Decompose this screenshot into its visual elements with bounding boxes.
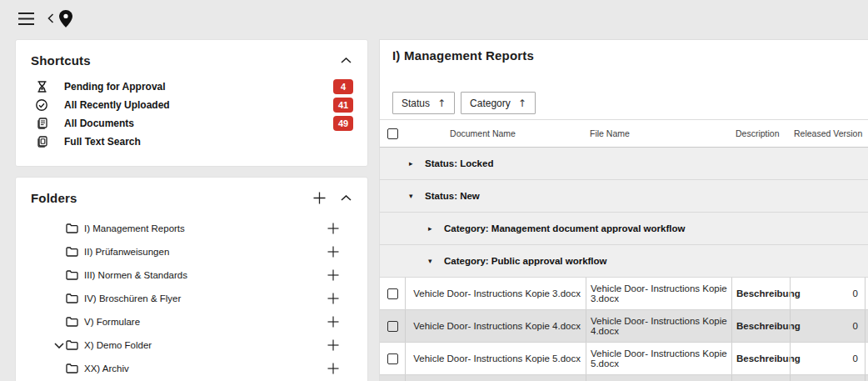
folder-icon	[66, 270, 78, 280]
cell-released-version: 0	[790, 310, 865, 342]
group-row-status-new[interactable]: ▾ Status: New	[380, 180, 868, 213]
folder-label: III) Normen & Standards	[84, 270, 187, 280]
folder-icon	[66, 223, 78, 233]
table-row[interactable]: Vehicle Door- Instructions Kopie 4.docx …	[380, 310, 868, 343]
row-checkbox[interactable]	[387, 321, 398, 332]
sort-asc-icon: ↑	[437, 98, 446, 109]
chevron-down-icon[interactable]	[52, 343, 66, 348]
folder-icon	[66, 317, 78, 327]
shortcut-label: Pending for Approval	[64, 81, 166, 93]
expand-toggle-icon[interactable]: ▸	[409, 159, 416, 168]
folder-item-management-reports[interactable]: I) Management Reports	[16, 217, 367, 240]
shortcut-label: All Recently Uploaded	[64, 99, 170, 111]
folder-item-pruefanweisungen[interactable]: II) Prüfanweisungen	[16, 240, 367, 263]
location-pin-icon[interactable]	[59, 10, 72, 28]
table-row[interactable]: Vehicle Door- Instructions Kopie 5.docx …	[380, 343, 868, 375]
documents-icon	[36, 118, 47, 129]
shortcut-label: Full Text Search	[64, 136, 141, 148]
cell-file-name: Vehicle Door- Instructions Kopie 4.docx	[586, 310, 731, 342]
count-badge: 41	[333, 98, 353, 113]
shortcut-pending-for-approval[interactable]: Pending for Approval 4	[16, 78, 367, 96]
shortcut-label: All Documents	[64, 118, 134, 129]
table-header-row: Document Name File Name Description Rele…	[380, 120, 868, 148]
shortcut-all-documents[interactable]: All Documents 49	[16, 114, 367, 133]
add-subfolder-button[interactable]	[327, 362, 340, 375]
expand-toggle-icon[interactable]: ▸	[428, 224, 435, 233]
add-folder-button[interactable]	[311, 189, 327, 206]
column-header-file-name[interactable]: File Name	[586, 128, 731, 138]
main-panel: I) Management Reports Status ↑ Category …	[379, 39, 868, 381]
select-all-checkbox[interactable]	[387, 128, 398, 139]
shortcut-full-text-search[interactable]: Full Text Search	[16, 133, 367, 151]
group-row-category-management-workflow[interactable]: ▸ Category: Management document approval…	[380, 213, 868, 245]
group-label: Status: New	[425, 191, 480, 201]
chip-label: Status	[402, 98, 430, 109]
folder-icon	[66, 340, 78, 350]
folder-label: V) Formulare	[84, 317, 140, 327]
check-circle-icon	[36, 99, 47, 111]
folders-title: Folders	[31, 191, 77, 205]
add-subfolder-button[interactable]	[327, 268, 340, 282]
column-header-released-version[interactable]: Released Version	[790, 128, 865, 138]
cell-description: Beschreibung	[731, 310, 790, 342]
cell-description: Beschreibung	[731, 278, 790, 309]
cell-description: Beschreibung	[731, 343, 790, 374]
table-row-partial[interactable]	[380, 375, 868, 381]
document-search-icon	[36, 136, 47, 148]
folder-icon	[66, 363, 78, 373]
row-checkbox[interactable]	[387, 353, 398, 364]
chip-label: Category	[470, 98, 511, 109]
cell-document-name: Vehicle Door- Instructions Kopie 4.docx	[405, 310, 586, 342]
documents-table: Document Name File Name Description Rele…	[380, 119, 868, 381]
collapse-chevron-icon[interactable]	[337, 189, 354, 206]
shortcuts-list: Pending for Approval 4 All Recently Uplo…	[16, 78, 367, 151]
folder-label: I) Management Reports	[84, 223, 185, 233]
cell-released-version: 0	[790, 343, 865, 374]
folder-item-normen-standards[interactable]: III) Normen & Standards	[16, 263, 367, 287]
group-label: Status: Locked	[425, 158, 493, 168]
group-row-category-public-workflow[interactable]: ▾ Category: Public approval workflow	[380, 245, 868, 278]
shortcut-all-recently-uploaded[interactable]: All Recently Uploaded 41	[16, 96, 367, 114]
count-badge: 49	[333, 116, 353, 131]
count-badge: 4	[333, 79, 353, 94]
row-checkbox[interactable]	[387, 288, 398, 299]
cell-file-name: Vehicle Door- Instructions Kopie 3.docx	[586, 278, 731, 309]
sort-asc-icon: ↑	[518, 98, 526, 109]
folder-label: II) Prüfanweisungen	[84, 247, 169, 257]
table-row[interactable]: Vehicle Door- Instructions Kopie 3.docx …	[380, 278, 868, 310]
expand-toggle-icon[interactable]: ▾	[409, 192, 416, 200]
add-subfolder-button[interactable]	[327, 292, 340, 305]
cell-file-name: Vehicle Door- Instructions Kopie 5.docx	[586, 343, 731, 374]
folders-list: I) Management Reports II) Prüfanweisunge…	[16, 217, 367, 380]
folder-label: X) Demo Folder	[84, 340, 152, 350]
folder-label: IV) Broschüren & Flyer	[84, 293, 181, 303]
folders-panel: Folders I) Management Reports II) Pr	[15, 177, 368, 381]
group-chip-status[interactable]: Status ↑	[392, 92, 455, 114]
add-subfolder-button[interactable]	[327, 338, 340, 352]
expand-toggle-icon[interactable]: ▾	[428, 257, 435, 265]
folder-label: XX) Archiv	[84, 363, 129, 373]
collapse-chevron-icon[interactable]	[337, 52, 354, 68]
page-title: I) Management Reports	[392, 48, 534, 63]
cell-released-version: 0	[790, 278, 865, 309]
add-subfolder-button[interactable]	[327, 222, 340, 235]
add-subfolder-button[interactable]	[327, 315, 340, 328]
folder-item-archiv[interactable]: XX) Archiv	[16, 357, 367, 380]
folder-icon	[66, 247, 78, 257]
menu-icon[interactable]	[18, 12, 34, 26]
column-header-description[interactable]: Description	[731, 128, 790, 138]
group-by-chips: Status ↑ Category ↑	[392, 92, 536, 114]
group-chip-category[interactable]: Category ↑	[461, 92, 536, 114]
hourglass-icon	[36, 81, 47, 93]
folder-icon	[66, 293, 78, 303]
column-header-document-name[interactable]: Document Name	[405, 128, 586, 138]
group-label: Category: Management document approval w…	[444, 223, 685, 233]
back-chevron-icon[interactable]	[47, 13, 54, 23]
folder-item-broschueren-flyer[interactable]: IV) Broschüren & Flyer	[16, 287, 367, 310]
folder-item-formulare[interactable]: V) Formulare	[16, 310, 367, 333]
group-row-status-locked[interactable]: ▸ Status: Locked	[380, 148, 868, 180]
folder-item-demo-folder[interactable]: X) Demo Folder	[16, 333, 367, 357]
shortcuts-title: Shortcuts	[31, 53, 91, 68]
add-subfolder-button[interactable]	[327, 245, 340, 258]
group-label: Category: Public approval workflow	[444, 256, 607, 266]
